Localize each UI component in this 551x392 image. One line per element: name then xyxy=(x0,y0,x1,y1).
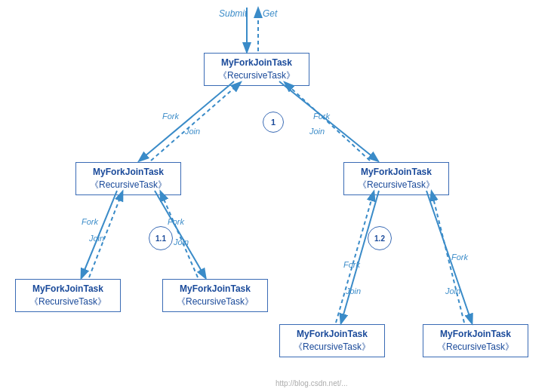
svg-line-14 xyxy=(89,192,122,277)
svg-line-6 xyxy=(151,83,240,161)
right2a-node-stereotype: 《RecursiveTask》 xyxy=(286,341,378,354)
left1-node: MyForkJoinTask 《RecursiveTask》 xyxy=(75,162,181,195)
circle-12: 1.2 xyxy=(368,226,392,250)
svg-line-10 xyxy=(285,83,370,161)
svg-line-8 xyxy=(279,81,377,161)
mid2-node-title: MyForkJoinTask xyxy=(169,283,261,296)
svg-line-26 xyxy=(432,192,464,323)
circle-11: 1.1 xyxy=(149,226,173,250)
svg-line-24 xyxy=(426,191,472,323)
root-node: MyForkJoinTask 《RecursiveTask》 xyxy=(204,53,309,86)
right2a-node-title: MyForkJoinTask xyxy=(286,328,378,341)
circle-1: 1 xyxy=(263,112,284,133)
svg-line-20 xyxy=(341,191,379,323)
svg-text:Fork: Fork xyxy=(313,112,331,121)
left1-node-title: MyForkJoinTask xyxy=(82,166,174,179)
svg-text:Fork: Fork xyxy=(451,253,469,262)
svg-text:Fork: Fork xyxy=(343,260,361,269)
right2b-node-title: MyForkJoinTask xyxy=(429,328,522,341)
right1-node-title: MyForkJoinTask xyxy=(350,166,442,179)
svg-text:Fork: Fork xyxy=(82,217,99,226)
svg-text:Join: Join xyxy=(88,234,104,243)
right1-node-stereotype: 《RecursiveTask》 xyxy=(350,179,442,191)
svg-text:Fork: Fork xyxy=(168,217,185,226)
svg-text:http://blog.csdn.net/...: http://blog.csdn.net/... xyxy=(276,379,348,387)
svg-line-12 xyxy=(82,191,117,277)
mid2-node: MyForkJoinTask 《RecursiveTask》 xyxy=(162,279,268,312)
mid2-node-stereotype: 《RecursiveTask》 xyxy=(169,296,261,308)
svg-text:Join: Join xyxy=(184,127,200,136)
svg-text:Join: Join xyxy=(309,127,325,136)
svg-text:Join: Join xyxy=(445,286,460,296)
svg-text:Join: Join xyxy=(345,286,361,296)
right1-node: MyForkJoinTask 《RecursiveTask》 xyxy=(343,162,449,195)
svg-text:Join: Join xyxy=(173,237,189,247)
right2a-node: MyForkJoinTask 《RecursiveTask》 xyxy=(279,324,385,357)
right2b-node-stereotype: 《RecursiveTask》 xyxy=(429,341,522,354)
root-node-stereotype: 《RecursiveTask》 xyxy=(211,69,303,82)
svg-line-22 xyxy=(336,192,374,323)
right2b-node: MyForkJoinTask 《RecursiveTask》 xyxy=(423,324,528,357)
root-node-title: MyForkJoinTask xyxy=(211,57,303,69)
svg-text:Get: Get xyxy=(263,8,278,19)
left2-node-title: MyForkJoinTask xyxy=(22,283,114,296)
svg-line-4 xyxy=(140,81,234,161)
left2-node: MyForkJoinTask 《RecursiveTask》 xyxy=(15,279,121,312)
svg-text:Submit: Submit xyxy=(219,8,248,19)
left1-node-stereotype: 《RecursiveTask》 xyxy=(82,179,174,191)
svg-text:Fork: Fork xyxy=(162,112,180,121)
left2-node-stereotype: 《RecursiveTask》 xyxy=(22,296,114,308)
